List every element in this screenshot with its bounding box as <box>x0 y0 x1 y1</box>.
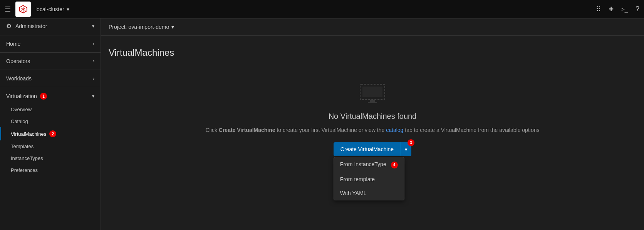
dropdown-item-instancetype-label: From InstanceType <box>340 161 386 167</box>
create-vm-label: Create VirtualMachine <box>340 146 394 152</box>
cluster-name: local-cluster <box>35 6 64 12</box>
help-icon[interactable]: ? <box>636 5 639 13</box>
project-bar[interactable]: Project: ova-import-demo ▾ <box>101 18 644 36</box>
svg-rect-4 <box>368 102 377 103</box>
logo-svg <box>18 4 29 15</box>
divider-2 <box>0 52 101 53</box>
add-icon[interactable]: + <box>609 4 614 14</box>
apps-icon[interactable]: ⠿ <box>596 5 601 13</box>
sidebar-sub-virtualmachines[interactable]: VirtualMachines 2 <box>0 127 101 140</box>
sidebar-sub-preferences[interactable]: Preferences <box>0 164 101 176</box>
project-dropdown-icon: ▾ <box>171 24 174 30</box>
create-vm-dropdown-menu: From InstanceType 4 From template With Y… <box>334 157 404 200</box>
empty-desc-link-text: Create VirtualMachine <box>219 127 275 133</box>
navbar: ☰ local-cluster ▾ ⠿ + >_ ? <box>0 0 644 18</box>
svg-rect-3 <box>370 100 375 102</box>
sidebar-workloads-label: Workloads <box>6 75 32 82</box>
sidebar-administrator[interactable]: ⚙ Administrator ▾ <box>0 18 101 33</box>
workloads-arrow: › <box>93 76 94 81</box>
empty-desc-prefix: Click <box>206 127 219 133</box>
terminal-icon[interactable]: >_ <box>621 6 628 12</box>
divider-1 <box>0 35 101 35</box>
home-arrow: › <box>93 41 94 47</box>
main-layout: ⚙ Administrator ▾ Home › Operators › Wor… <box>0 18 644 230</box>
app-logo[interactable] <box>15 2 31 17</box>
dropdown-item-instancetype-badge: 4 <box>391 162 398 168</box>
sidebar-sub-templates[interactable]: Templates <box>0 140 101 152</box>
sidebar-sub-catalog[interactable]: Catalog <box>0 115 101 127</box>
dropdown-item-instancetype[interactable]: From InstanceType 4 <box>334 157 404 172</box>
sidebar-item-home[interactable]: Home › <box>0 37 101 51</box>
sidebar-administrator-label: Administrator <box>15 23 47 29</box>
cluster-selector[interactable]: local-cluster ▾ <box>35 6 69 12</box>
divider-3 <box>0 70 101 70</box>
empty-desc-suffix: tab to create a VirtualMachine from the … <box>405 127 539 133</box>
divider-4 <box>0 87 101 87</box>
virtualization-badge: 1 <box>40 93 47 100</box>
sidebar: ⚙ Administrator ▾ Home › Operators › Wor… <box>0 18 101 230</box>
dropdown-toggle-icon: ▾ <box>405 147 408 152</box>
create-vm-button-group: Create VirtualMachine ▾ 3 From InstanceT… <box>334 142 411 156</box>
admin-icon: ⚙ <box>6 22 12 30</box>
sidebar-sub-instancetypes-label: InstanceTypes <box>11 155 43 161</box>
admin-arrow: ▾ <box>92 23 94 29</box>
create-vm-button[interactable]: Create VirtualMachine <box>334 142 401 156</box>
empty-desc-catalog-link[interactable]: catalog <box>386 127 403 133</box>
sidebar-sub-templates-label: Templates <box>11 143 34 149</box>
sidebar-sub-preferences-label: Preferences <box>11 167 38 173</box>
sidebar-item-workloads[interactable]: Workloads › <box>0 72 101 85</box>
vm-empty-icon <box>357 81 388 106</box>
dropdown-item-yaml[interactable]: With YAML <box>334 186 404 200</box>
navbar-right: ⠿ + >_ ? <box>596 4 639 14</box>
dropdown-item-yaml-label: With YAML <box>340 190 367 196</box>
content-area: Project: ova-import-demo ▾ VirtualMachin… <box>101 18 644 230</box>
operators-arrow: › <box>93 58 94 64</box>
create-vm-badge: 3 <box>408 139 414 146</box>
sidebar-sub-catalog-label: Catalog <box>11 118 28 124</box>
dropdown-item-template[interactable]: From template <box>334 172 404 186</box>
virtualization-arrow: ▾ <box>92 93 94 99</box>
empty-desc-middle: to create your first VirtualMachine or v… <box>277 127 386 133</box>
cluster-dropdown-icon: ▾ <box>67 6 69 12</box>
sidebar-item-operators[interactable]: Operators › <box>0 54 101 68</box>
sidebar-operators-label: Operators <box>6 58 30 64</box>
sidebar-sub-instancetypes[interactable]: InstanceTypes <box>0 152 101 164</box>
sidebar-sub-virtualmachines-label: VirtualMachines <box>11 131 46 137</box>
svg-rect-2 <box>362 87 382 97</box>
empty-state-title: No VirtualMachines found <box>329 112 417 121</box>
sidebar-sub-overview[interactable]: Overview <box>0 103 101 115</box>
empty-state: No VirtualMachines found Click Create Vi… <box>206 81 540 156</box>
page-title: VirtualMachines <box>109 47 174 58</box>
hamburger-icon[interactable]: ☰ <box>5 5 11 13</box>
sidebar-virtualization-label: Virtualization <box>6 93 37 99</box>
dropdown-item-template-label: From template <box>340 176 375 182</box>
empty-state-desc: Click Create VirtualMachine to create yo… <box>206 127 540 133</box>
page-content: VirtualMachines No VirtualMachines f <box>101 36 644 230</box>
sidebar-sub-overview-label: Overview <box>11 107 32 112</box>
sidebar-home-label: Home <box>6 41 20 47</box>
project-label: Project: ova-import-demo <box>109 24 169 30</box>
virtualmachines-badge: 2 <box>49 130 56 137</box>
sidebar-item-virtualization[interactable]: Virtualization 1 ▾ <box>0 89 101 103</box>
